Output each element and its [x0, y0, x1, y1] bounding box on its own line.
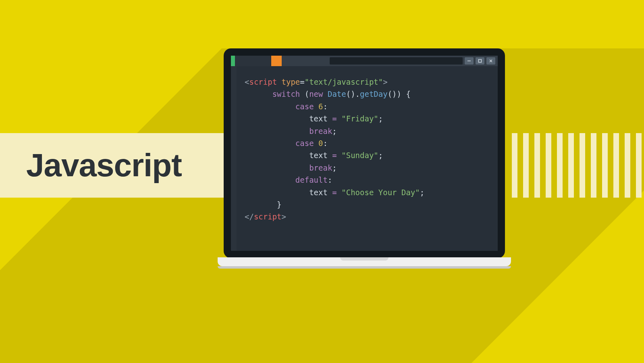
tab-indicator-green [231, 56, 235, 66]
code-block: <script type="text/javascript"> switch (… [237, 66, 432, 251]
tab-indicator-orange [271, 56, 282, 66]
address-bar[interactable] [330, 57, 463, 65]
laptop-screen: <script type="text/javascript"> switch (… [231, 56, 498, 251]
svg-rect-1 [479, 60, 482, 63]
title-band: Javascript [0, 133, 226, 198]
tab-active[interactable] [235, 56, 271, 66]
window-controls [465, 57, 495, 65]
gutter [231, 66, 237, 251]
stripes-right [512, 133, 644, 198]
laptop: <script type="text/javascript"> switch (… [224, 48, 505, 266]
close-button[interactable] [486, 57, 495, 65]
page-title: Javascript [26, 147, 182, 184]
editor-tab-bar [231, 56, 498, 66]
code-area: <script type="text/javascript"> switch (… [231, 66, 498, 251]
minimize-button[interactable] [465, 57, 474, 65]
laptop-base [218, 257, 511, 266]
laptop-bezel: <script type="text/javascript"> switch (… [224, 48, 505, 258]
maximize-button[interactable] [476, 57, 484, 65]
